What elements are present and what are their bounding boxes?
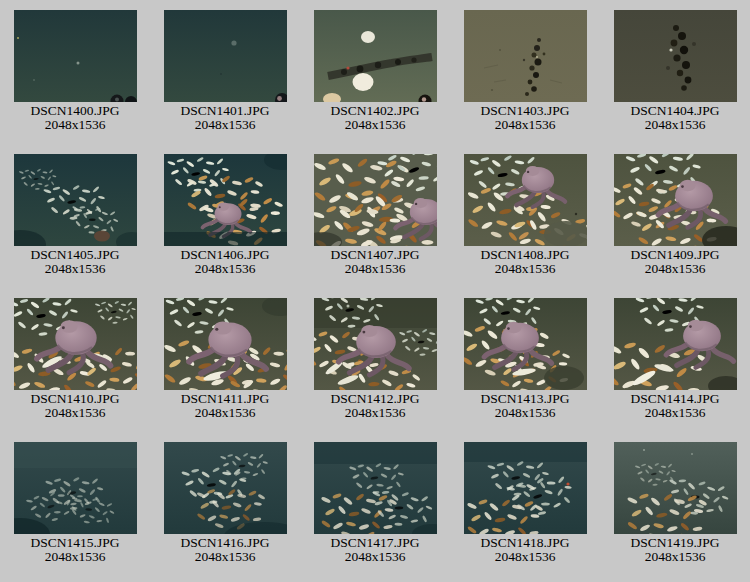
thumbnail-cell: DSCN1401.JPG 2048x1536 [150, 0, 300, 144]
thumbnail-link-dscn1403[interactable] [464, 10, 587, 102]
thumbnail-filename: DSCN1411.JPG [181, 392, 269, 406]
thumbnail-dimensions: 2048x1536 [31, 118, 120, 132]
thumbnail-cell: DSCN1404.JPG 2048x1536 [600, 0, 750, 144]
thumbnail-dimensions: 2048x1536 [481, 550, 570, 564]
thumbnail-link-dscn1404[interactable] [614, 10, 737, 102]
thumbnail-link-dscn1411[interactable] [164, 298, 287, 390]
thumbnail-cell: DSCN1405.JPG 2048x1536 [0, 144, 150, 288]
thumbnail-cell: DSCN1400.JPG 2048x1536 [0, 0, 150, 144]
thumbnail-caption: DSCN1414.JPG 2048x1536 [631, 392, 720, 420]
thumbnail-link-dscn1415[interactable] [14, 442, 137, 534]
thumbnail-link-dscn1408[interactable] [464, 154, 587, 246]
thumbnail-image [164, 442, 287, 534]
thumbnail-link-dscn1401[interactable] [164, 10, 287, 102]
thumbnail-dimensions: 2048x1536 [31, 406, 120, 420]
thumbnail-image [464, 442, 587, 534]
thumbnail-caption: DSCN1418.JPG 2048x1536 [481, 536, 570, 564]
thumbnail-caption: DSCN1401.JPG 2048x1536 [181, 104, 270, 132]
thumbnail-filename: DSCN1410.JPG [31, 392, 120, 406]
thumbnail-link-dscn1402[interactable] [314, 10, 437, 102]
thumbnail-cell: DSCN1411.JPG 2048x1536 [150, 288, 300, 432]
thumbnail-image [14, 298, 137, 390]
thumbnail-link-dscn1405[interactable] [14, 154, 137, 246]
thumbnail-caption: DSCN1409.JPG 2048x1536 [631, 248, 720, 276]
thumbnail-cell: DSCN1413.JPG 2048x1536 [450, 288, 600, 432]
thumbnail-dimensions: 2048x1536 [481, 262, 570, 276]
thumbnail-link-dscn1419[interactable] [614, 442, 737, 534]
thumbnail-dimensions: 2048x1536 [331, 406, 420, 420]
thumbnail-link-dscn1410[interactable] [14, 298, 137, 390]
thumbnail-link-dscn1416[interactable] [164, 442, 287, 534]
thumbnail-cell: DSCN1402.JPG 2048x1536 [300, 0, 450, 144]
thumbnail-link-dscn1406[interactable] [164, 154, 287, 246]
thumbnail-filename: DSCN1406.JPG [181, 248, 270, 262]
thumbnail-link-dscn1400[interactable] [14, 10, 137, 102]
thumbnail-cell: DSCN1415.JPG 2048x1536 [0, 432, 150, 576]
thumbnail-link-dscn1417[interactable] [314, 442, 437, 534]
thumbnail-caption: DSCN1404.JPG 2048x1536 [631, 104, 720, 132]
thumbnail-image [314, 154, 437, 246]
thumbnail-cell: DSCN1406.JPG 2048x1536 [150, 144, 300, 288]
thumbnail-filename: DSCN1412.JPG [331, 392, 420, 406]
thumbnail-image [614, 442, 737, 534]
thumbnail-dimensions: 2048x1536 [481, 118, 570, 132]
thumbnail-dimensions: 2048x1536 [181, 406, 269, 420]
thumbnail-cell: DSCN1414.JPG 2048x1536 [600, 288, 750, 432]
thumbnail-caption: DSCN1410.JPG 2048x1536 [31, 392, 120, 420]
thumbnail-grid: DSCN1400.JPG 2048x1536 DSCN1401.JPG 2048… [0, 0, 750, 576]
thumbnail-cell: DSCN1409.JPG 2048x1536 [600, 144, 750, 288]
thumbnail-dimensions: 2048x1536 [331, 262, 420, 276]
thumbnail-dimensions: 2048x1536 [181, 550, 270, 564]
thumbnail-image [314, 298, 437, 390]
thumbnail-dimensions: 2048x1536 [631, 550, 720, 564]
thumbnail-cell: DSCN1412.JPG 2048x1536 [300, 288, 450, 432]
thumbnail-filename: DSCN1405.JPG [31, 248, 120, 262]
thumbnail-link-dscn1418[interactable] [464, 442, 587, 534]
thumbnail-dimensions: 2048x1536 [181, 118, 270, 132]
thumbnail-caption: DSCN1412.JPG 2048x1536 [331, 392, 420, 420]
thumbnail-dimensions: 2048x1536 [481, 406, 570, 420]
thumbnail-caption: DSCN1403.JPG 2048x1536 [481, 104, 570, 132]
thumbnail-filename: DSCN1402.JPG [331, 104, 420, 118]
thumbnail-caption: DSCN1413.JPG 2048x1536 [481, 392, 570, 420]
thumbnail-filename: DSCN1404.JPG [631, 104, 720, 118]
thumbnail-link-dscn1407[interactable] [314, 154, 437, 246]
thumbnail-dimensions: 2048x1536 [181, 262, 270, 276]
thumbnail-image [14, 10, 137, 102]
thumbnail-link-dscn1412[interactable] [314, 298, 437, 390]
thumbnail-filename: DSCN1418.JPG [481, 536, 570, 550]
thumbnail-cell: DSCN1410.JPG 2048x1536 [0, 288, 150, 432]
thumbnail-caption: DSCN1402.JPG 2048x1536 [331, 104, 420, 132]
thumbnail-link-dscn1413[interactable] [464, 298, 587, 390]
thumbnail-filename: DSCN1415.JPG [31, 536, 120, 550]
thumbnail-image [314, 10, 437, 102]
thumbnail-dimensions: 2048x1536 [631, 406, 720, 420]
thumbnail-dimensions: 2048x1536 [31, 262, 120, 276]
thumbnail-dimensions: 2048x1536 [631, 262, 720, 276]
thumbnail-cell: DSCN1418.JPG 2048x1536 [450, 432, 600, 576]
thumbnail-caption: DSCN1419.JPG 2048x1536 [631, 536, 720, 564]
thumbnail-image [164, 298, 287, 390]
thumbnail-image [614, 10, 737, 102]
thumbnail-image [614, 154, 737, 246]
thumbnail-link-dscn1414[interactable] [614, 298, 737, 390]
thumbnail-filename: DSCN1408.JPG [481, 248, 570, 262]
thumbnail-dimensions: 2048x1536 [631, 118, 720, 132]
thumbnail-image [464, 298, 587, 390]
thumbnail-dimensions: 2048x1536 [331, 118, 420, 132]
thumbnail-caption: DSCN1416.JPG 2048x1536 [181, 536, 270, 564]
thumbnail-cell: DSCN1407.JPG 2048x1536 [300, 144, 450, 288]
thumbnail-caption: DSCN1408.JPG 2048x1536 [481, 248, 570, 276]
thumbnail-caption: DSCN1417.JPG 2048x1536 [331, 536, 420, 564]
thumbnail-filename: DSCN1407.JPG [331, 248, 420, 262]
thumbnail-filename: DSCN1403.JPG [481, 104, 570, 118]
thumbnail-image [164, 10, 287, 102]
thumbnail-link-dscn1409[interactable] [614, 154, 737, 246]
thumbnail-filename: DSCN1416.JPG [181, 536, 270, 550]
thumbnail-cell: DSCN1416.JPG 2048x1536 [150, 432, 300, 576]
thumbnail-filename: DSCN1419.JPG [631, 536, 720, 550]
thumbnail-image [14, 442, 137, 534]
thumbnail-filename: DSCN1417.JPG [331, 536, 420, 550]
thumbnail-caption: DSCN1406.JPG 2048x1536 [181, 248, 270, 276]
thumbnail-cell: DSCN1408.JPG 2048x1536 [450, 144, 600, 288]
